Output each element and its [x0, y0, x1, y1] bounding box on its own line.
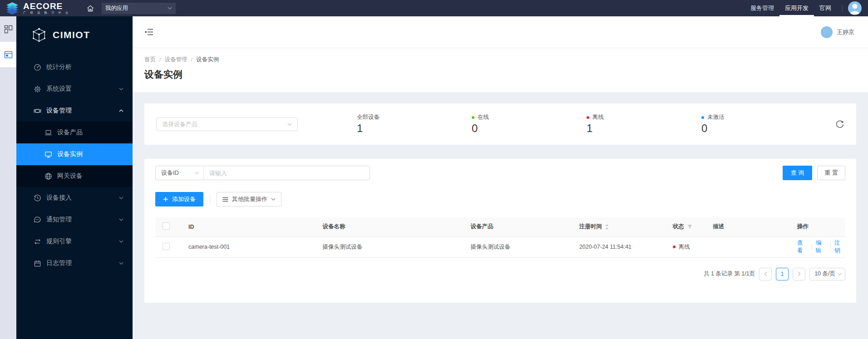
not-activated-dot-icon	[701, 116, 704, 119]
user-block[interactable]: 王婷京	[821, 26, 854, 38]
menu-fold-icon[interactable]	[144, 28, 153, 36]
action-row: 添加设备 其他批量操作	[155, 192, 845, 206]
product-select[interactable]: 选择设备产品	[156, 118, 298, 131]
column-device-product: 设备产品	[463, 217, 572, 236]
calendar-icon	[34, 260, 41, 267]
breadcrumb-home[interactable]: 首页	[144, 56, 156, 64]
sidebar-item-label: 设备接入	[46, 194, 72, 202]
deregister-link[interactable]: 注销	[834, 239, 845, 255]
breadcrumb: 首页 / 设备管理 / 设备实例	[144, 56, 856, 64]
sidebar-item-log-management[interactable]: 日志管理	[16, 252, 133, 274]
topbar-avatar[interactable]	[848, 1, 862, 15]
chevron-down-icon	[168, 7, 172, 10]
online-dot-icon	[472, 116, 474, 119]
pagination: 共 1 条记录 第 1/1页 1 10 条/页	[155, 268, 845, 280]
page-header: 首页 / 设备管理 / 设备实例 设备实例	[133, 48, 868, 92]
sidebar-item-rule-engine[interactable]: 规则引擎	[16, 231, 133, 252]
sidebar-item-gateway-devices[interactable]: 网关设备	[16, 165, 133, 187]
home-button[interactable]	[84, 2, 96, 14]
rail-item-apps[interactable]	[0, 16, 16, 42]
topnav-official-site[interactable]: 官网	[814, 0, 837, 16]
rule-engine-icon	[34, 238, 41, 246]
column-description: 描述	[705, 217, 789, 236]
cell-device-id: camera-test-001	[181, 236, 315, 257]
cell-register-time: 2020-07-24 11:54:41	[572, 236, 666, 257]
column-status: 状态	[666, 217, 706, 236]
sidebar-item-device-products[interactable]: 设备产品	[16, 122, 133, 143]
divider	[830, 244, 831, 250]
stat-label: 离线	[592, 113, 604, 121]
chevron-down-icon	[119, 197, 123, 199]
app-rail	[0, 16, 16, 339]
app-switcher-select[interactable]: 我的应用	[102, 3, 176, 14]
cube-logo-icon	[31, 27, 47, 43]
page-1-button[interactable]: 1	[776, 268, 789, 280]
cell-device-name: 摄像头测试设备	[315, 236, 463, 257]
product-name: CIMIOT	[53, 29, 90, 40]
chevron-down-icon	[119, 88, 123, 90]
plus-icon	[163, 197, 168, 202]
avatar	[821, 26, 833, 38]
column-id: ID	[181, 217, 315, 236]
stat-offline: 离线 1	[587, 113, 701, 134]
app-switcher-value: 我的应用	[105, 5, 128, 12]
app-root: AECORE 广 联 达 数 字 中 台 我的应用 服务管理 应用开发 官网	[0, 0, 868, 339]
sidebar-item-label: 设备产品	[57, 128, 83, 137]
filter-icon[interactable]	[687, 225, 692, 229]
page-title: 设备实例	[144, 68, 856, 81]
edit-link[interactable]: 编辑	[816, 239, 827, 255]
cell-description	[705, 236, 789, 257]
prev-page-button[interactable]	[759, 268, 772, 280]
product-logo: CIMIOT	[16, 16, 133, 49]
add-device-label: 添加设备	[172, 195, 196, 203]
search-field-select[interactable]: 设备ID	[156, 166, 204, 180]
page-size-select[interactable]: 10 条/页	[809, 268, 845, 280]
sidebar-item-device-instances[interactable]: 设备实例	[16, 143, 133, 165]
product-select-placeholder: 选择设备产品	[162, 120, 197, 128]
column-operations: 操作	[790, 217, 845, 236]
batch-operations-button[interactable]: 其他批量操作	[217, 192, 281, 206]
select-all-checkbox[interactable]	[163, 222, 170, 230]
sidebar-item-device-management[interactable]: 设备管理	[16, 100, 133, 122]
content-area: 王婷京 首页 / 设备管理 / 设备实例 设备实例 选择设备产品	[133, 16, 868, 339]
refresh-icon[interactable]	[835, 120, 844, 129]
gauge-icon	[34, 64, 41, 71]
breadcrumb-separator: /	[191, 57, 192, 63]
topnav-app-development[interactable]: 应用开发	[779, 0, 814, 16]
hamburger-icon	[222, 197, 228, 202]
table-row: camera-test-001 摄像头测试设备 摄像头测试设备 2020-07-…	[155, 236, 845, 257]
device-manage-icon	[34, 107, 41, 115]
column-device-name: 设备名称	[315, 217, 463, 236]
page-body: 选择设备产品 全部设备 1 在线 0 离线	[133, 92, 868, 339]
search-input[interactable]	[204, 166, 370, 180]
topnav-service-management[interactable]: 服务管理	[745, 0, 779, 16]
pagination-summary: 共 1 条记录 第 1/1页	[704, 270, 755, 278]
sidebar-item-label: 通知管理	[46, 216, 72, 224]
reset-button[interactable]: 重 置	[817, 166, 845, 180]
rail-item-current-app[interactable]	[0, 42, 16, 67]
sidebar-item-notification-management[interactable]: 通知管理	[16, 209, 133, 231]
row-checkbox[interactable]	[163, 243, 170, 250]
brand-subtitle: 广 联 达 数 字 中 台	[23, 11, 70, 15]
user-name: 王婷京	[837, 28, 854, 36]
view-link[interactable]: 查看	[797, 239, 808, 255]
query-button[interactable]: 查 询	[783, 166, 812, 180]
sort-icon[interactable]	[605, 224, 609, 230]
chevron-down-icon	[271, 198, 276, 201]
add-device-button[interactable]: 添加设备	[155, 192, 203, 206]
next-page-button[interactable]	[793, 268, 805, 280]
chevron-down-icon	[195, 172, 199, 174]
stat-label: 全部设备	[357, 113, 380, 121]
window-icon	[4, 51, 13, 59]
filter-row: 设备ID 查 询 重 置	[155, 166, 845, 180]
sidebar-item-statistics[interactable]: 统计分析	[16, 56, 133, 78]
history-icon	[34, 194, 41, 202]
breadcrumb-device-management[interactable]: 设备管理	[164, 56, 187, 64]
message-icon	[34, 216, 41, 224]
device-management-submenu: 设备产品 设备实例 网关设备	[16, 122, 133, 187]
device-table: ID 设备名称 设备产品 注册时间	[155, 217, 845, 258]
sidebar-item-label: 规则引擎	[46, 237, 72, 246]
sidebar-item-system-settings[interactable]: 系统设置	[16, 78, 133, 100]
sidebar-item-device-access[interactable]: 设备接入	[16, 187, 133, 209]
content-header: 王婷京	[133, 16, 868, 48]
